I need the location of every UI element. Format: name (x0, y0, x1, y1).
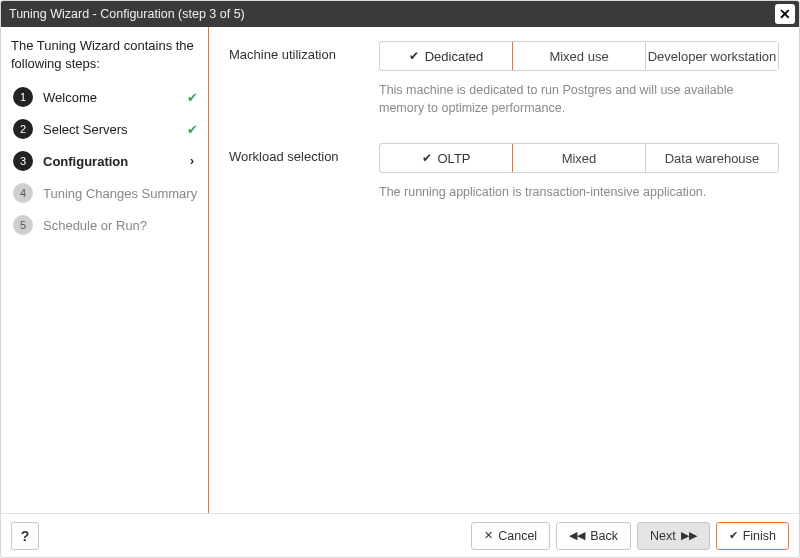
workload-option-data-warehouse[interactable]: Data warehouse (645, 144, 778, 172)
step-welcome[interactable]: 1 Welcome ✔ (11, 81, 200, 113)
machine-option-developer[interactable]: Developer workstation (645, 42, 778, 70)
window-title: Tuning Wizard - Configuration (step 3 of… (9, 7, 245, 21)
step-configuration[interactable]: 3 Configuration › (11, 145, 200, 177)
workload-selection-group: ✔ OLTP Mixed Data warehouse (379, 143, 779, 173)
step-select-servers[interactable]: 2 Select Servers ✔ (11, 113, 200, 145)
option-label: Dedicated (425, 49, 484, 64)
step-number: 5 (13, 215, 33, 235)
help-button[interactable]: ? (11, 522, 39, 550)
option-label: Mixed (562, 151, 597, 166)
step-number: 2 (13, 119, 33, 139)
step-number: 4 (13, 183, 33, 203)
finish-button[interactable]: ✔ Finish (716, 522, 789, 550)
main-panel: Machine utilization ✔ Dedicated Mixed us… (209, 27, 799, 513)
rewind-icon: ◀◀ (569, 529, 585, 542)
step-label: Welcome (43, 90, 181, 105)
step-schedule-or-run: 5 Schedule or Run? (11, 209, 200, 241)
check-icon: ✔ (187, 90, 198, 105)
check-icon: ✔ (187, 122, 198, 137)
option-label: Mixed use (549, 49, 608, 64)
button-label: Back (590, 529, 618, 543)
cancel-button[interactable]: ✕ Cancel (471, 522, 550, 550)
footer: ? ✕ Cancel ◀◀ Back Next ▶▶ ✔ Finish (1, 513, 799, 557)
back-button[interactable]: ◀◀ Back (556, 522, 631, 550)
forward-icon: ▶▶ (681, 529, 697, 542)
next-button[interactable]: Next ▶▶ (637, 522, 710, 550)
step-label: Tuning Changes Summary (43, 186, 198, 201)
step-number: 3 (13, 151, 33, 171)
workload-option-oltp[interactable]: ✔ OLTP (379, 143, 513, 173)
close-icon: ✕ (779, 6, 791, 22)
sidebar-intro: The Tuning Wizard contains the following… (11, 37, 200, 73)
step-label: Schedule or Run? (43, 218, 198, 233)
workload-selection-label: Workload selection (229, 143, 379, 164)
machine-option-mixed-use[interactable]: Mixed use (512, 42, 645, 70)
check-icon: ✔ (409, 49, 419, 63)
step-label: Select Servers (43, 122, 181, 137)
check-icon: ✔ (729, 529, 738, 542)
wizard-sidebar: The Tuning Wizard contains the following… (1, 27, 209, 513)
titlebar: Tuning Wizard - Configuration (step 3 of… (1, 1, 799, 27)
close-button[interactable]: ✕ (775, 4, 795, 24)
close-icon: ✕ (484, 529, 493, 542)
step-list: 1 Welcome ✔ 2 Select Servers ✔ 3 Configu… (11, 81, 200, 241)
step-tuning-summary: 4 Tuning Changes Summary (11, 177, 200, 209)
workload-helper-text: The running application is transaction-i… (379, 183, 779, 201)
check-icon: ✔ (422, 151, 432, 165)
step-label: Configuration (43, 154, 198, 169)
option-label: OLTP (438, 151, 471, 166)
machine-utilization-label: Machine utilization (229, 41, 379, 62)
chevron-right-icon: › (190, 154, 194, 168)
button-label: Cancel (498, 529, 537, 543)
step-number: 1 (13, 87, 33, 107)
machine-utilization-group: ✔ Dedicated Mixed use Developer workstat… (379, 41, 779, 71)
button-label: Next (650, 529, 676, 543)
machine-helper-text: This machine is dedicated to run Postgre… (379, 81, 779, 117)
button-label: Finish (743, 529, 776, 543)
workload-option-mixed[interactable]: Mixed (512, 144, 645, 172)
machine-option-dedicated[interactable]: ✔ Dedicated (379, 41, 513, 71)
help-icon: ? (21, 528, 30, 544)
option-label: Developer workstation (648, 49, 777, 64)
option-label: Data warehouse (665, 151, 760, 166)
